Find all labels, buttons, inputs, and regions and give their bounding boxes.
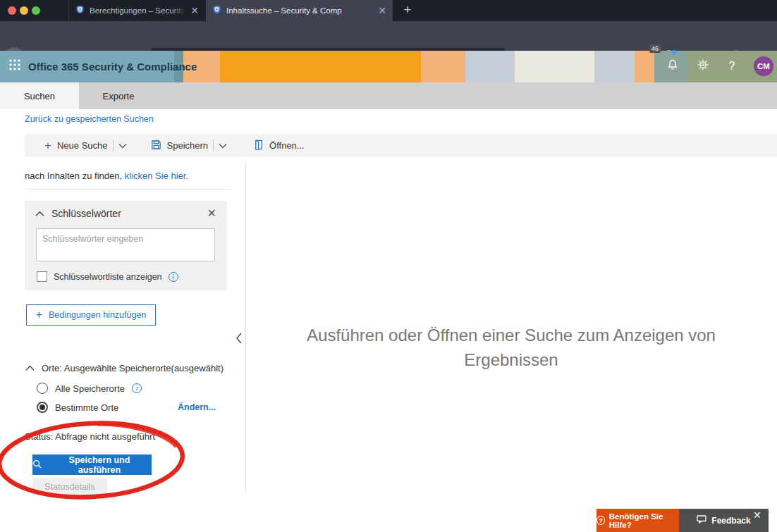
click-here-link[interactable]: klicken Sie hier. bbox=[125, 171, 188, 181]
save-button[interactable]: Speichern bbox=[151, 140, 209, 152]
panel-divider bbox=[245, 161, 246, 493]
speech-bubble-icon bbox=[697, 515, 706, 526]
help-circle-icon: ? bbox=[596, 516, 605, 525]
header-color-block bbox=[220, 51, 421, 82]
browser-window: Berechtigungen – Security & C ✕ Inhaltss… bbox=[0, 0, 777, 532]
plus-icon: + bbox=[36, 309, 42, 321]
header-color-block bbox=[635, 51, 654, 82]
extension-badge-count: 46 bbox=[649, 44, 661, 53]
need-help-label: Benötigen Sie Hilfe? bbox=[609, 512, 679, 529]
locations-heading: Orte: Ausgewählte Speicherorte(ausgewähl… bbox=[25, 363, 224, 373]
app-title: Office 365 Security & Compliance bbox=[28, 61, 197, 73]
notification-dot bbox=[672, 50, 676, 54]
open-folder-icon bbox=[254, 140, 264, 152]
tab-title: Inhaltssuche – Security & Comp bbox=[226, 6, 373, 15]
save-label: Speichern bbox=[167, 140, 209, 151]
new-search-label: Neue Suche bbox=[57, 140, 108, 151]
add-conditions-label: Bedingungen hinzufügen bbox=[49, 310, 146, 320]
keywords-title: Schlüsselwörter bbox=[51, 208, 121, 219]
radio-icon[interactable] bbox=[37, 383, 48, 394]
add-conditions-button[interactable]: + Bedingungen hinzufügen bbox=[26, 304, 156, 326]
minimize-window-button[interactable] bbox=[20, 6, 28, 15]
status-text: Status: Abfrage nicht ausgeführt bbox=[25, 431, 155, 442]
info-icon[interactable]: i bbox=[169, 272, 178, 282]
intro-text: nach Inhalten zu finden, klicken Sie hie… bbox=[25, 171, 188, 181]
keywords-section: Schlüsselwörter ✕ Schlüsselwortliste anz… bbox=[25, 201, 227, 290]
info-icon[interactable]: i bbox=[132, 383, 142, 393]
open-button[interactable]: Öffnen... bbox=[254, 140, 305, 152]
gear-icon[interactable] bbox=[697, 59, 709, 74]
waffle-icon[interactable] bbox=[9, 59, 21, 74]
radio-specific-locations[interactable]: Bestimmte Orte bbox=[37, 402, 118, 413]
command-bar: + Neue Suche Speichern Öffnen... bbox=[25, 134, 777, 157]
new-search-button[interactable]: + Neue Suche bbox=[44, 140, 108, 151]
open-label: Öffnen... bbox=[269, 140, 305, 151]
fullscreen-window-button[interactable] bbox=[32, 6, 40, 15]
separator bbox=[213, 140, 214, 151]
bell-icon[interactable] bbox=[667, 59, 678, 74]
tab-favicon-shield-icon bbox=[75, 4, 85, 17]
browser-tab-permissions[interactable]: Berechtigungen – Security & C ✕ bbox=[68, 0, 205, 21]
change-locations-link[interactable]: Ändern... bbox=[178, 402, 216, 412]
save-floppy-icon bbox=[151, 140, 161, 152]
need-help-button[interactable]: ? Benötigen Sie Hilfe? bbox=[596, 509, 679, 532]
save-dropdown-chevron-icon[interactable] bbox=[219, 143, 227, 149]
collapse-keywords-chevron-icon[interactable] bbox=[35, 208, 44, 219]
tab-title: Berechtigungen – Security & C bbox=[90, 6, 185, 15]
collapse-locations-chevron-icon[interactable] bbox=[25, 363, 35, 373]
tab-suchen[interactable]: Suchen bbox=[0, 82, 79, 109]
tab-favicon-shield-icon bbox=[212, 4, 221, 17]
radio-label: Alle Speicherorte bbox=[55, 383, 125, 394]
locations-heading-label: Orte: Ausgewählte Speicherorte(ausgewähl… bbox=[42, 363, 224, 373]
new-tab-button[interactable]: + bbox=[399, 2, 416, 19]
tab-close-icon[interactable]: ✕ bbox=[378, 6, 386, 16]
browser-tab-bar: Berechtigungen – Security & C ✕ Inhaltss… bbox=[0, 0, 777, 21]
feedback-label: Feedback bbox=[711, 516, 750, 526]
status-details-button[interactable]: Statusdetails bbox=[32, 478, 107, 495]
tab-close-icon[interactable]: ✕ bbox=[190, 6, 199, 16]
divider bbox=[25, 189, 231, 190]
avatar[interactable]: CM bbox=[754, 56, 773, 76]
browser-tab-content-search[interactable]: Inhaltssuche – Security & Comp ✕ bbox=[206, 0, 393, 21]
plus-icon: + bbox=[44, 140, 51, 151]
checkbox-label: Schlüsselwortliste anzeigen bbox=[54, 272, 162, 282]
separator bbox=[113, 140, 114, 151]
save-and-run-label: Speichern und ausführen bbox=[47, 455, 152, 475]
help-icon[interactable]: ? bbox=[729, 60, 735, 73]
collapse-panel-chevron-icon[interactable] bbox=[235, 332, 243, 347]
tab-exporte[interactable]: Exporte bbox=[79, 82, 158, 109]
new-search-dropdown-chevron-icon[interactable] bbox=[118, 143, 127, 149]
radio-all-locations[interactable]: Alle Speicherorte i bbox=[37, 383, 142, 394]
header-color-block bbox=[594, 51, 635, 82]
radio-selected-icon[interactable] bbox=[37, 402, 48, 413]
keywords-input[interactable] bbox=[36, 228, 215, 261]
header-color-block bbox=[465, 51, 515, 82]
empty-state-message: Ausführen oder Öffnen einer Suche zum An… bbox=[252, 323, 770, 372]
save-and-run-button[interactable]: Speichern und ausführen bbox=[32, 454, 152, 475]
header-color-block bbox=[515, 51, 594, 82]
radio-label: Bestimmte Orte bbox=[55, 402, 118, 413]
app-tab-strip: Suchen Exporte bbox=[0, 82, 777, 109]
back-to-saved-searches-link[interactable]: Zurück zu gespeicherten Suchen bbox=[25, 114, 154, 124]
browser-nav-bar: https://protection.office.com/contentsea… bbox=[0, 21, 777, 51]
header-color-block bbox=[421, 51, 465, 82]
search-icon bbox=[32, 459, 42, 471]
close-feedback-icon[interactable]: ✕ bbox=[753, 509, 761, 521]
close-window-button[interactable] bbox=[8, 6, 16, 15]
close-keywords-icon[interactable]: ✕ bbox=[207, 208, 216, 219]
show-keyword-list-checkbox[interactable] bbox=[37, 271, 47, 282]
